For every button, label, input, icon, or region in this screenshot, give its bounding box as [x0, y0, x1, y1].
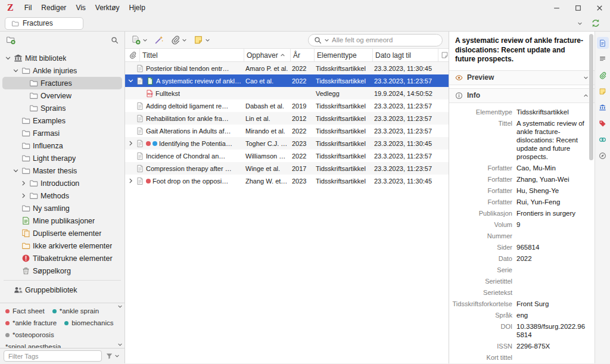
item-row[interactable]: Gait Alterations in Adults af…Mirando et…: [125, 125, 449, 137]
item-row[interactable]: Incidence of Chondral an…Williamson e…20…: [125, 150, 449, 162]
collection-mine-publikasjoner[interactable]: Mine publikasjoner: [2, 214, 122, 227]
item-row[interactable]: A systematic review of ankl…Cao et al.20…: [125, 74, 449, 87]
field-value[interactable]: 965814: [516, 243, 587, 251]
collection-ankle-injuries[interactable]: Ankle injuries: [2, 64, 122, 77]
collection-sprains[interactable]: Sprains: [2, 102, 122, 114]
menu-rediger[interactable]: Rediger: [36, 4, 71, 12]
collection-mitt-bibliotek[interactable]: Mitt bibliotek: [2, 52, 122, 64]
tag-scroll-down-icon[interactable]: [117, 342, 123, 347]
field-value[interactable]: [516, 288, 587, 297]
field-value[interactable]: [516, 232, 587, 240]
column-date-added[interactable]: Dato lagt til: [372, 49, 438, 61]
tab-fractures[interactable]: Fractures: [5, 17, 83, 30]
close-button[interactable]: [589, 0, 610, 15]
collapse-twisty-icon[interactable]: [5, 55, 11, 61]
column-attachment[interactable]: [125, 49, 139, 61]
menu-hjelp[interactable]: Hjelp: [125, 4, 150, 12]
field-value[interactable]: Hu, Sheng-Ye: [516, 186, 587, 195]
item-row[interactable]: Compression therapy after …Winge et al.2…: [125, 162, 449, 175]
new-item-button[interactable]: [131, 35, 148, 45]
tag-filter-options-button[interactable]: [105, 352, 120, 360]
collection-master-thesis[interactable]: Master thesis: [2, 164, 122, 177]
sidenav-tags-button[interactable]: [597, 117, 609, 129]
column-year[interactable]: År: [290, 49, 314, 61]
tag-fact-sheet[interactable]: Fact sheet: [5, 307, 45, 315]
new-collection-button[interactable]: [6, 35, 15, 45]
tag-ankle-sprain[interactable]: *ankle sprain: [52, 307, 99, 315]
field-value[interactable]: 2022: [516, 254, 587, 263]
collection-examples[interactable]: Examples: [2, 114, 122, 127]
item-row[interactable]: Identifying the Potentia…Togher C.J. e…2…: [125, 137, 449, 150]
tag-osteoporosis[interactable]: *osteoporosis: [5, 331, 115, 339]
collapse-twisty-icon[interactable]: [13, 167, 19, 174]
column-note[interactable]: [438, 49, 449, 61]
tag-biomechanics[interactable]: biomechanics: [64, 319, 113, 327]
sidenav-notes-button[interactable]: [597, 85, 609, 97]
expand-twisty-icon[interactable]: [127, 77, 134, 84]
collapse-twisty-icon[interactable]: [13, 67, 19, 74]
sidenav-locate-button[interactable]: [597, 150, 609, 161]
tag-ankle-fracture[interactable]: *ankle fracture: [5, 319, 57, 327]
items-search-input[interactable]: Alle felt og emneord: [308, 34, 443, 46]
sidenav-attachments-button[interactable]: [597, 69, 609, 81]
collection-s-ppelkorg[interactable]: Søppelkorg: [2, 265, 122, 277]
collection-methods[interactable]: Methods: [2, 189, 122, 202]
chevron-up-icon[interactable]: [583, 93, 589, 98]
sidenav-info-button[interactable]: [597, 37, 609, 49]
field-value[interactable]: Zhang, Yuan-Wei: [516, 175, 587, 183]
sidenav-libraries-and-collections-button[interactable]: [597, 101, 609, 113]
scrollbar-thumb[interactable]: [589, 34, 593, 160]
menu-verkt-y[interactable]: Verktøy: [91, 4, 125, 12]
item-row[interactable]: Adding deltoid ligament re…Dabash et al.…: [125, 99, 449, 112]
field-value[interactable]: eng: [516, 311, 587, 319]
field-value[interactable]: Tidsskriftsartikkel: [516, 108, 587, 116]
collection-tilbaketrukne-elementer[interactable]: Tilbaketrukne elementer: [2, 252, 122, 265]
field-value[interactable]: Cao, Mu-Min: [516, 164, 587, 172]
collection-light-therapy[interactable]: Light therapy: [2, 152, 122, 164]
field-value[interactable]: 9: [516, 220, 587, 229]
filter-tags-input[interactable]: [4, 350, 102, 362]
sidenav-related-button[interactable]: [597, 133, 609, 145]
new-attachment-button[interactable]: [170, 35, 187, 45]
expand-twisty-icon[interactable]: [20, 192, 27, 199]
field-value[interactable]: Front Surg: [516, 300, 587, 308]
menu-fil[interactable]: Fil: [20, 4, 37, 12]
collection-introduction[interactable]: Introduction: [2, 177, 122, 189]
field-value[interactable]: [516, 277, 587, 285]
field-value[interactable]: [516, 266, 587, 274]
collection-fractures[interactable]: Fractures: [2, 77, 122, 89]
maximize-button[interactable]: [567, 0, 589, 15]
collection-influenza[interactable]: Influenza: [2, 139, 122, 152]
field-value[interactable]: 10.3389/fsurg.2022.965814: [516, 322, 587, 339]
sidenav-abstract-button[interactable]: [597, 53, 609, 65]
section-preview[interactable]: Preview: [449, 70, 595, 85]
sync-icon[interactable]: [591, 18, 600, 28]
tab-list-chevron-icon[interactable]: [577, 21, 583, 26]
column-itemtype[interactable]: Elementtype: [314, 49, 372, 61]
collection-overview[interactable]: Overview: [2, 89, 122, 102]
field-value[interactable]: 2296-875X: [516, 342, 587, 350]
expand-twisty-icon[interactable]: [20, 180, 27, 186]
field-value[interactable]: Frontiers in surgery: [516, 209, 587, 217]
add-by-identifier-button[interactable]: [154, 35, 164, 45]
field-value[interactable]: [516, 353, 587, 362]
section-info[interactable]: Info: [449, 88, 595, 103]
collection-ikke-arkiverte-elementer[interactable]: Ikke arkiverte elementer: [2, 239, 122, 252]
field-value[interactable]: A systematic review of ankle fracture-di…: [516, 119, 587, 161]
item-row[interactable]: Rehabilitation for ankle fra…Lin et al.2…: [125, 112, 449, 125]
item-row[interactable]: Foot drop on the opposi…Zhang W. et …202…: [125, 175, 449, 187]
item-row[interactable]: Posterior tibial tendon entr…Amaro P. et…: [125, 62, 449, 74]
column-creator[interactable]: Opphaver: [244, 49, 290, 61]
field-value[interactable]: Rui, Yun-Feng: [516, 198, 587, 206]
expand-twisty-icon[interactable]: [127, 178, 134, 184]
tag-spinal-anesthesia[interactable]: *spinal anesthesia: [5, 343, 115, 348]
expand-twisty-icon[interactable]: [127, 140, 134, 147]
collection-gruppebibliotek[interactable]: Gruppebibliotek: [2, 284, 122, 296]
minimize-button[interactable]: [546, 0, 567, 15]
tag-scroll-up-icon[interactable]: [117, 304, 123, 309]
new-note-button[interactable]: [194, 35, 210, 45]
collection-ny-samling[interactable]: Ny samling: [2, 202, 122, 214]
collection-farmasi[interactable]: Farmasi: [2, 127, 122, 139]
collection-search-icon[interactable]: [111, 36, 119, 44]
attachment-row[interactable]: PDFFulltekstVedlegg19.9.2024, 14:50:52: [125, 87, 449, 99]
